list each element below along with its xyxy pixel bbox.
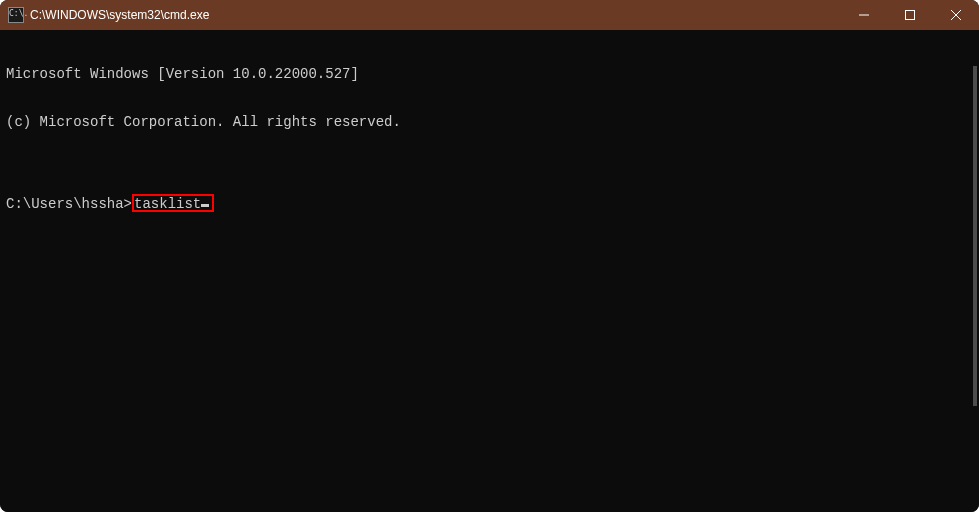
maximize-button[interactable] xyxy=(887,0,933,30)
version-line: Microsoft Windows [Version 10.0.22000.52… xyxy=(6,66,973,82)
svg-rect-1 xyxy=(906,11,915,20)
scrollbar-track[interactable] xyxy=(971,62,977,506)
command-text[interactable]: tasklist xyxy=(134,196,201,212)
command-highlight: tasklist xyxy=(132,194,214,212)
titlebar[interactable]: C:\. C:\WINDOWS\system32\cmd.exe xyxy=(0,0,979,30)
cursor xyxy=(201,204,209,207)
minimize-button[interactable] xyxy=(841,0,887,30)
copyright-line: (c) Microsoft Corporation. All rights re… xyxy=(6,114,973,130)
cmd-icon: C:\. xyxy=(8,7,24,23)
window-title: C:\WINDOWS\system32\cmd.exe xyxy=(30,8,209,22)
terminal-output[interactable]: Microsoft Windows [Version 10.0.22000.52… xyxy=(0,30,979,512)
close-button[interactable] xyxy=(933,0,979,30)
cmd-window: C:\. C:\WINDOWS\system32\cmd.exe Microso… xyxy=(0,0,979,512)
minimize-icon xyxy=(859,10,869,20)
prompt-text: C:\Users\hssha> xyxy=(6,196,132,212)
scrollbar-thumb[interactable] xyxy=(973,66,977,406)
window-controls xyxy=(841,0,979,30)
close-icon xyxy=(951,10,961,20)
maximize-icon xyxy=(905,10,915,20)
prompt-line: C:\Users\hssha>tasklist xyxy=(6,194,973,212)
